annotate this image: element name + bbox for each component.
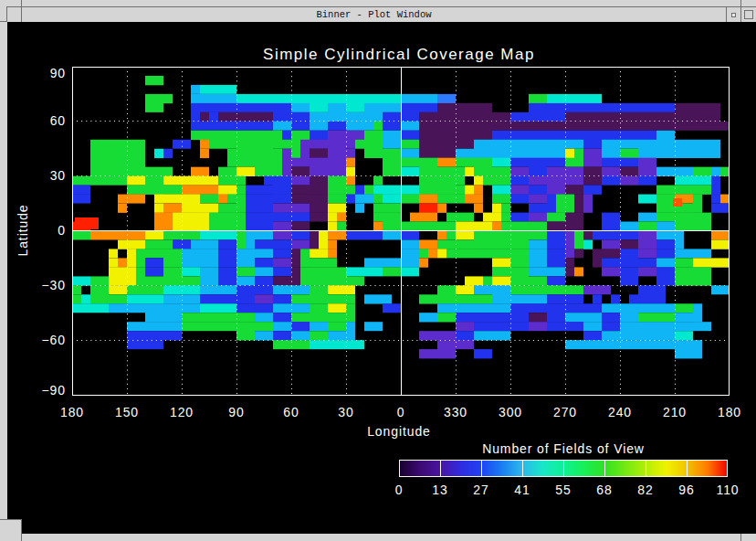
- svg-text:120: 120: [170, 405, 194, 419]
- svg-text:Longitude: Longitude: [367, 424, 431, 439]
- svg-text:41: 41: [514, 483, 530, 497]
- svg-text:Number of Fields of View: Number of Fields of View: [482, 441, 645, 456]
- svg-text:150: 150: [115, 405, 139, 419]
- svg-text:240: 240: [608, 405, 632, 419]
- svg-text:330: 330: [444, 405, 467, 419]
- svg-text:180: 180: [60, 405, 84, 419]
- svg-text:−60: −60: [42, 333, 66, 347]
- svg-text:13: 13: [432, 483, 447, 497]
- svg-text:Simple Cylindrical Coverage Ma: Simple Cylindrical Coverage Map: [263, 46, 535, 63]
- svg-text:27: 27: [473, 483, 488, 497]
- svg-text:82: 82: [637, 483, 653, 497]
- svg-text:−90: −90: [42, 383, 66, 398]
- svg-text:96: 96: [678, 483, 694, 497]
- svg-text:68: 68: [596, 483, 612, 497]
- svg-text:55: 55: [555, 483, 571, 497]
- svg-text:300: 300: [499, 405, 522, 419]
- svg-text:60: 60: [50, 113, 66, 128]
- svg-text:90: 90: [228, 405, 244, 419]
- svg-text:90: 90: [50, 66, 66, 80]
- svg-text:60: 60: [283, 405, 299, 419]
- svg-text:210: 210: [663, 405, 687, 419]
- svg-text:30: 30: [338, 405, 353, 419]
- svg-text:180: 180: [718, 405, 741, 419]
- svg-text:270: 270: [553, 405, 577, 419]
- svg-text:0: 0: [395, 483, 404, 497]
- svg-text:0: 0: [397, 405, 405, 419]
- svg-text:110: 110: [716, 483, 739, 497]
- svg-text:0: 0: [58, 223, 66, 238]
- svg-text:30: 30: [50, 168, 66, 183]
- svg-text:Latitude: Latitude: [16, 204, 30, 256]
- svg-text:−30: −30: [42, 278, 66, 292]
